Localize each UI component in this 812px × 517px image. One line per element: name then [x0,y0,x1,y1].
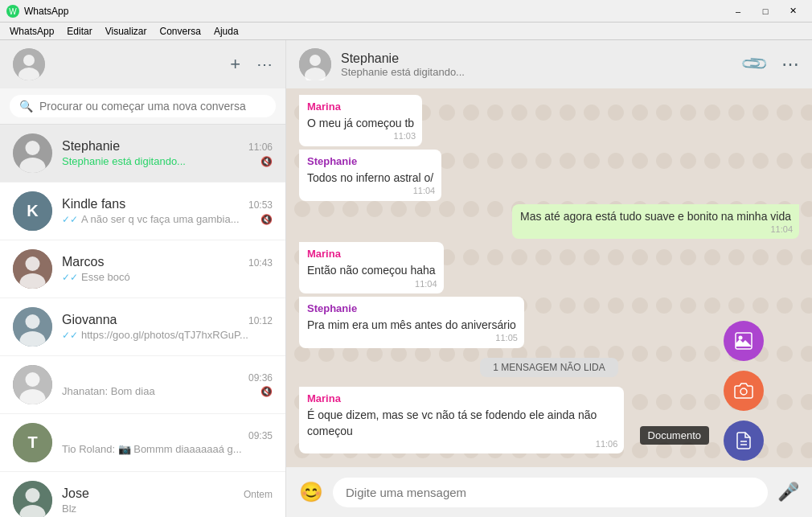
mute-icon-stephanie: 🔇 [260,156,273,167]
maximize-button[interactable]: □ [753,3,778,19]
chat-info-jhanatan: 09:36 Jhanatan: Bom diaa 🔇 [62,372,273,397]
chat-name-stephanie: Stephanie [62,139,120,154]
chat-time-jose: Ontem [244,489,273,500]
title-bar: W WhatsApp – □ ✕ [0,0,812,23]
time-m2: 11:04 [413,185,436,197]
chat-preview-kindle: A não ser q vc faça uma gambia... [81,213,257,225]
menu-editar[interactable]: Editar [60,24,98,39]
text-m5: Pra mim era um mês antes do aniversário [307,318,516,334]
double-check-kindle: ✓✓ [62,214,78,225]
close-button[interactable]: ✕ [780,3,806,19]
time-m1: 11:03 [394,130,416,142]
svg-point-28 [739,336,743,340]
text-m3: Mas até agora está tudo suave e bonito n… [520,209,791,225]
app-title: WhatsApp [24,6,725,17]
message-input[interactable] [333,478,768,507]
chat-preview-marcos: Esse bocó [81,271,273,283]
sender-m6: Marina [307,392,616,406]
mute-icon-kindle: 🔇 [260,214,273,225]
chat-preview-jhanatan: Jhanatan: Bom diaa [62,385,257,397]
svg-point-17 [26,372,40,387]
time-m5: 11:05 [495,332,518,344]
minimize-button[interactable]: – [725,3,751,19]
menu-visualizar[interactable]: Visualizar [99,24,154,39]
message-m2: Stephanie Todos no inferno astral o/ 11:… [299,150,441,201]
app-container: + ⋯ 🔍 [0,40,812,517]
text-m2: Todos no inferno astral o/ [307,170,433,187]
chat-item-jose[interactable]: Jose Ontem Blz [0,472,285,517]
chat-preview-stephanie: Stephanie está digitando... [62,155,257,167]
unread-badge: 1 MENSAGEM NÃO LIDA [480,358,617,377]
document-button[interactable] [724,421,764,461]
message-m5: Stephanie Pra mim era um mês antes do an… [299,297,524,348]
user-avatar[interactable] [13,48,45,80]
svg-point-14 [26,314,40,329]
svg-text:T: T [27,433,37,451]
svg-point-6 [26,141,40,155]
document-tooltip: Documento [640,426,709,445]
avatar-kindle: K [13,191,52,231]
message-m1: Marina O meu já começou tb 11:03 [299,95,422,146]
sidebar-header: + ⋯ [0,40,285,88]
time-m6: 11:06 [596,438,618,450]
svg-text:K: K [27,202,39,220]
search-icon: 🔍 [19,100,33,113]
search-input[interactable] [39,100,266,113]
sender-m4: Marina [307,247,436,261]
chat-info-kindle: Kindle fans 10:53 ✓✓ A não ser q vc faça… [62,197,273,225]
chat-more-options-icon[interactable]: ⋯ [781,54,799,75]
chat-info-stephanie: Stephanie 11:06 Stephanie está digitando… [62,139,273,167]
chat-area: Stephanie Stephanie está digitando... 📎 … [286,40,812,517]
svg-text:W: W [9,7,17,16]
new-chat-icon[interactable]: + [230,54,240,75]
chat-list: Stephanie 11:06 Stephanie está digitando… [0,125,285,517]
avatar-stephanie [13,133,52,173]
chat-item-stephanie[interactable]: Stephanie 11:06 Stephanie está digitando… [0,125,285,183]
chat-item-giovanna[interactable]: Giovanna 10:12 ✓✓ https://goo.gl/photos/… [0,298,285,356]
chat-name-giovanna: Giovanna [62,313,117,327]
sidebar-header-actions: + ⋯ [230,54,273,75]
chat-item-marcos[interactable]: Marcos 10:43 ✓✓ Esse bocó [0,240,285,298]
chat-preview-giovanna: https://goo.gl/photos/qTJ7hxRGuP... [81,329,273,341]
menu-whatsapp[interactable]: WhatsApp [3,24,60,39]
emoji-button[interactable]: 😊 [299,481,323,503]
svg-point-29 [740,388,747,395]
microphone-button[interactable]: 🎤 [777,482,799,503]
chat-preview-tio-roland: Tio Roland: 📷 Bommm diaaaaaaá g... [62,443,273,455]
chat-name-kindle: Kindle fans [62,197,125,211]
sidebar: + ⋯ 🔍 [0,40,286,517]
chat-header-info[interactable]: Stephanie Stephanie está digitando... [341,51,734,78]
attach-icon[interactable]: 📎 [740,49,769,79]
more-options-icon[interactable]: ⋯ [256,55,273,74]
gallery-wrap [724,321,764,361]
avatar-tio-roland: T [13,423,52,462]
camera-button[interactable] [724,371,764,411]
chat-item-kindle[interactable]: K Kindle fans 10:53 ✓✓ A não ser q vc fa… [0,183,285,240]
menu-ajuda[interactable]: Ajuda [207,24,245,39]
chat-time-giovanna: 10:12 [248,315,273,326]
chat-info-jose: Jose Ontem Blz [62,486,273,515]
double-check-giovanna: ✓✓ [62,330,78,341]
sender-m1: Marina [307,100,414,114]
menu-conversa[interactable]: Conversa [154,24,207,39]
chat-item-jhanatan[interactable]: 09:36 Jhanatan: Bom diaa 🔇 [0,356,285,414]
avatar-giovanna [13,307,52,347]
app-icon: W [6,5,19,18]
menu-bar: WhatsApp Editar Visualizar Conversa Ajud… [0,23,812,40]
chat-info-marcos: Marcos 10:43 ✓✓ Esse bocó [62,255,273,283]
message-m6: Marina É oque dizem, mas se vc não tá se… [299,387,624,453]
chat-header-avatar [299,48,331,80]
text-m6: É oque dizem, mas se vc não tá se fodend… [307,408,616,439]
text-m1: O meu já começou tb [307,116,414,132]
chat-info-giovanna: Giovanna 10:12 ✓✓ https://goo.gl/photos/… [62,313,273,341]
time-m4: 11:04 [415,278,437,290]
document-wrap: Documento [724,421,764,461]
gallery-button[interactable] [724,321,764,361]
mute-icon-jhanatan: 🔇 [260,386,273,397]
chat-item-tio-roland[interactable]: T 09:35 Tio Roland: 📷 Bommm diaaaaaaá g.… [0,414,285,472]
chat-time-tio-roland: 09:35 [248,430,273,441]
camera-wrap [724,371,764,411]
svg-point-11 [26,256,40,271]
svg-point-25 [310,55,321,66]
chat-header-actions: 📎 ⋯ [744,54,799,75]
